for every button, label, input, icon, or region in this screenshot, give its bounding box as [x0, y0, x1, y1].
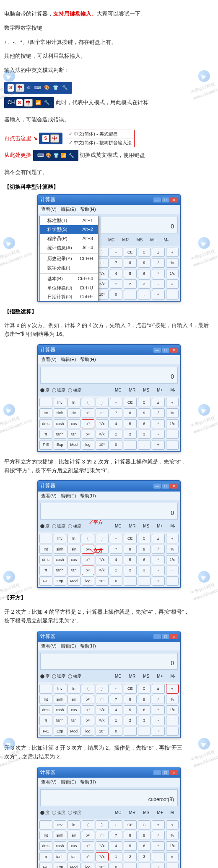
key-Exp[interactable]: Exp: [54, 440, 67, 449]
key-←[interactable]: ←: [110, 534, 123, 543]
key-tanh[interactable]: tanh: [54, 716, 67, 725]
key--[interactable]: -: [152, 852, 165, 861]
key-cosh[interactable]: cosh: [54, 555, 67, 564]
key-±[interactable]: ±: [152, 684, 165, 693]
key-([interactable]: (: [82, 820, 95, 830]
key-π[interactable]: π: [39, 852, 52, 861]
key-2[interactable]: 2: [124, 279, 137, 289]
key-C[interactable]: C: [138, 820, 151, 830]
mem-mm[interactable]: M-: [161, 236, 171, 244]
key-1[interactable]: 1: [110, 566, 123, 575]
key-7[interactable]: 7: [110, 258, 123, 267]
key-C[interactable]: C: [138, 248, 151, 257]
key-sin[interactable]: sin: [67, 695, 80, 704]
key-CE[interactable]: CE: [124, 684, 137, 693]
key-*[interactable]: *: [152, 555, 165, 564]
key-7[interactable]: 7: [110, 408, 123, 417]
ime-option-us[interactable]: ✓ 中文(简体) - 美式键盘: [66, 130, 134, 139]
key-)[interactable]: ): [96, 398, 109, 407]
key-([interactable]: (: [82, 684, 95, 693]
key-*[interactable]: *: [152, 841, 165, 850]
key-0[interactable]: 0: [110, 727, 123, 736]
key-.[interactable]: .: [138, 440, 151, 449]
key-C[interactable]: C: [138, 398, 151, 407]
key-³√x[interactable]: ³√x: [96, 716, 109, 725]
key-.[interactable]: .: [138, 863, 151, 868]
key-/[interactable]: /: [152, 545, 165, 554]
key-([interactable]: (: [82, 398, 95, 407]
key-9[interactable]: 9: [138, 408, 151, 417]
key-cosh[interactable]: cosh: [54, 841, 67, 850]
key-0[interactable]: 0: [110, 290, 123, 299]
key-9[interactable]: 9: [138, 695, 151, 704]
key-3[interactable]: 3: [138, 716, 151, 725]
key-4[interactable]: 4: [110, 555, 123, 564]
key-7[interactable]: 7: [110, 545, 123, 554]
mem-mp[interactable]: M+: [148, 236, 158, 244]
key--[interactable]: -: [152, 716, 165, 725]
key-√[interactable]: √: [166, 398, 179, 407]
key-+[interactable]: +: [152, 440, 165, 449]
key-cos[interactable]: cos: [67, 841, 80, 850]
key-9[interactable]: 9: [138, 831, 151, 840]
key-5[interactable]: 5: [124, 555, 137, 564]
key-3[interactable]: 3: [138, 852, 151, 861]
window-buttons[interactable]: —□×: [153, 196, 178, 204]
key-x²[interactable]: x²: [82, 545, 95, 554]
key-dms[interactable]: dms: [39, 419, 52, 428]
key-/[interactable]: /: [152, 408, 165, 417]
key-Int[interactable]: Int: [39, 831, 52, 840]
key-C[interactable]: C: [138, 684, 151, 693]
key-10ˣ[interactable]: 10ˣ: [96, 727, 109, 736]
key-1/x[interactable]: 1/x: [166, 269, 179, 278]
key-±[interactable]: ±: [152, 398, 165, 407]
menu-edit[interactable]: 编辑(E): [61, 206, 76, 213]
key-xʸ[interactable]: xʸ: [82, 419, 95, 428]
key-x²[interactable]: x²: [82, 408, 95, 417]
key-sin[interactable]: sin: [67, 545, 80, 554]
menu-programmer[interactable]: 程序员(P)Alt+3: [40, 234, 98, 243]
key-6[interactable]: 6: [138, 705, 151, 714]
key-F-E[interactable]: F-E: [39, 576, 52, 586]
key-n![interactable]: n!: [96, 408, 109, 417]
key-dms[interactable]: dms: [39, 555, 52, 564]
key-1[interactable]: 1: [110, 279, 123, 289]
key-=[interactable]: =: [166, 430, 179, 439]
key-10ˣ[interactable]: 10ˣ: [96, 440, 109, 449]
key-4[interactable]: 4: [110, 269, 123, 278]
key-8[interactable]: 8: [124, 545, 137, 554]
key-sinh[interactable]: sinh: [54, 545, 67, 554]
key-√[interactable]: √: [166, 534, 179, 543]
key-5[interactable]: 5: [124, 269, 137, 278]
key-CE[interactable]: CE: [124, 820, 137, 830]
key-±[interactable]: ±: [152, 820, 165, 830]
key-1/x[interactable]: 1/x: [166, 419, 179, 428]
key-sinh[interactable]: sinh: [54, 408, 67, 417]
key-*[interactable]: *: [152, 269, 165, 278]
key-π[interactable]: π: [39, 716, 52, 725]
menu-unit[interactable]: 单位转换(U)Ctrl+U: [40, 284, 98, 293]
key-%[interactable]: %: [166, 545, 179, 554]
key-ʸ√x[interactable]: ʸ√x: [96, 419, 109, 428]
key-ʸ√x[interactable]: ʸ√x: [96, 555, 109, 564]
key-1/x[interactable]: 1/x: [166, 555, 179, 564]
key-n![interactable]: n!: [96, 695, 109, 704]
key-Mod[interactable]: Mod: [67, 576, 80, 586]
key-2[interactable]: 2: [124, 566, 137, 575]
key-←[interactable]: ←: [110, 820, 123, 830]
key-2[interactable]: 2: [124, 430, 137, 439]
mem-mc[interactable]: MC: [106, 236, 117, 244]
key-log[interactable]: log: [82, 727, 95, 736]
key-0[interactable]: 0: [110, 863, 123, 868]
key-/[interactable]: /: [152, 695, 165, 704]
key--[interactable]: -: [152, 279, 165, 289]
key-4[interactable]: 4: [110, 841, 123, 850]
key-8[interactable]: 8: [124, 408, 137, 417]
key-3[interactable]: 3: [138, 566, 151, 575]
key-x²[interactable]: x²: [82, 695, 95, 704]
key-n![interactable]: n!: [96, 831, 109, 840]
key-cos[interactable]: cos: [67, 555, 80, 564]
key-1[interactable]: 1: [110, 430, 123, 439]
key-1/x[interactable]: 1/x: [166, 841, 179, 850]
key-%[interactable]: %: [166, 831, 179, 840]
